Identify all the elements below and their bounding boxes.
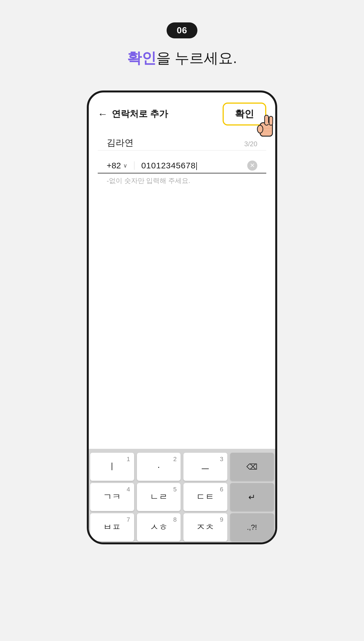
text-cursor — [196, 162, 197, 170]
keyboard-row-1: 1 ㅣ 2 · 3 ㅡ ⌫ — [89, 452, 275, 482]
back-arrow-icon: ← — [98, 108, 108, 120]
keyboard: 1 ㅣ 2 · 3 ㅡ ⌫ 4 ㄱㅋ 5 ㄴㄹ — [89, 449, 275, 542]
phone-field[interactable]: +82 ∨ 01012345678 ✕ — [98, 156, 266, 173]
key-symbols[interactable]: .,?! — [230, 513, 274, 541]
phone-hint: -없이 숫자만 입력해 주세요. — [98, 173, 266, 185]
phone-header: ← 연락처로 추가 확인 — [89, 92, 275, 132]
phone-number-value: 01012345678 — [141, 161, 247, 170]
phone-frame: ← 연락처로 추가 확인 — [87, 90, 277, 544]
country-code-value: +82 — [107, 161, 121, 170]
content-spacer — [89, 185, 275, 449]
name-value: 김라연 — [107, 137, 134, 149]
keyboard-row-3: 7 ㅂㅍ 8 ㅅㅎ 9 ㅈㅊ .,?! — [89, 512, 275, 542]
keyboard-row-2: 4 ㄱㅋ 5 ㄴㄹ 6 ㄷㅌ ↵ — [89, 482, 275, 512]
confirm-btn-wrapper: 확인 — [223, 103, 266, 126]
key-backspace[interactable]: ⌫ — [230, 453, 274, 481]
name-field: 김라연 3/20 — [98, 132, 266, 150]
key-enter[interactable]: ↵ — [230, 483, 274, 511]
key-7[interactable]: 7 ㅂㅍ — [90, 513, 134, 541]
key-5[interactable]: 5 ㄴㄹ — [137, 483, 181, 511]
key-8[interactable]: 8 ㅅㅎ — [137, 513, 181, 541]
key-2[interactable]: 2 · — [137, 453, 181, 481]
instruction-suffix: 을 누르세요. — [156, 50, 237, 66]
key-1[interactable]: 1 ㅣ — [90, 453, 134, 481]
char-count: 3/20 — [244, 140, 257, 149]
svg-rect-4 — [265, 123, 269, 124]
back-button[interactable]: ← 연락처로 추가 — [98, 108, 168, 120]
key-3[interactable]: 3 ㅡ — [183, 453, 227, 481]
phone-divider — [134, 161, 135, 170]
svg-point-1 — [257, 125, 263, 133]
hand-cursor-icon — [252, 110, 277, 141]
key-6[interactable]: 6 ㄷㅌ — [183, 483, 227, 511]
instruction-highlight: 확인 — [127, 50, 156, 66]
header-title: 연락처로 추가 — [112, 108, 168, 120]
instruction-text: 확인을 누르세요. — [127, 48, 237, 68]
country-code[interactable]: +82 ∨ — [107, 161, 134, 170]
clear-button[interactable]: ✕ — [247, 161, 257, 171]
svg-rect-3 — [269, 116, 273, 125]
country-dropdown-icon: ∨ — [123, 162, 127, 169]
key-4[interactable]: 4 ㄱㅋ — [90, 483, 134, 511]
key-9[interactable]: 9 ㅈㅊ — [183, 513, 227, 541]
step-badge: 06 — [167, 22, 197, 38]
